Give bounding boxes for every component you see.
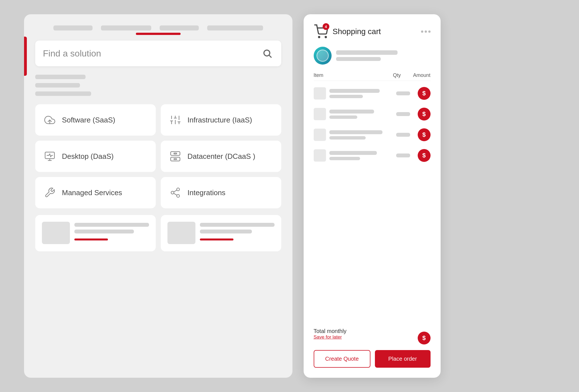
top-nav-skeleton [35,25,281,30]
cart-header-left: 4 Shopping cart [314,24,381,39]
product-name-line-1 [336,50,398,55]
desktop-icon [43,150,56,163]
search-box[interactable]: Find a solution [35,41,281,66]
total-section: Total monthly Save for later [314,328,347,348]
shopping-cart-panel: 4 Shopping cart Item Qty Amoun [304,14,441,378]
sliders-icon [169,113,182,127]
place-order-button[interactable]: Place order [375,350,431,368]
iaas-label: Infrastructure (IaaS) [188,116,252,124]
item-qty-skeleton-3 [396,133,410,137]
main-panel: Find a solution [24,14,292,378]
search-icon[interactable] [261,47,273,60]
item-thumb-2 [314,108,326,120]
item-qty-skeleton-4 [396,154,410,157]
svg-point-26 [318,36,320,37]
dot-1 [421,30,423,33]
category-dcaas[interactable]: Datacenter (DCaaS ) [161,141,281,172]
share-icon [169,186,182,199]
item-info-2 [329,110,389,119]
svg-rect-20 [174,159,177,159]
dot-2 [425,30,427,33]
cart-more-menu[interactable] [421,30,431,33]
managed-label: Managed Services [62,188,122,197]
item-qty-1 [392,91,414,95]
card-bar-1 [74,238,108,240]
svg-point-21 [177,188,179,191]
svg-line-1 [269,55,271,58]
item-price-4: $ [418,149,431,162]
save-for-later-link[interactable]: Save for later [314,334,347,340]
item-line-4b [329,157,360,160]
category-iaas[interactable]: Infrastructure (IaaS) [161,104,281,136]
card-line-2a [200,223,275,227]
nav-skeleton-4 [207,25,263,30]
cart-badge: 4 [323,23,329,30]
bottom-card-1 [35,215,156,251]
active-indicator [136,33,181,35]
category-managed[interactable]: Managed Services [35,177,156,208]
item-line-3a [329,130,382,134]
nav-skeleton-3 [160,25,199,30]
nav-skeleton-2 [101,25,151,30]
sidebar-skeletons [35,75,281,96]
svg-line-24 [174,193,177,195]
total-label: Total monthly [314,328,347,334]
cart-icon-wrap: 4 [314,24,328,39]
item-price-1: $ [418,87,431,100]
cart-header: 4 Shopping cart [314,24,431,39]
item-line-2a [329,110,374,114]
card-lines-2 [200,222,275,240]
cart-item-1: $ [314,83,431,104]
svg-rect-15 [171,152,180,155]
svg-rect-19 [174,153,177,154]
saas-label: Software (SaaS) [62,116,115,124]
item-price-3: $ [418,128,431,141]
item-qty-2 [392,112,414,116]
dot-3 [428,30,431,33]
bottom-card-2 [161,215,281,251]
nav-skeleton-1 [53,25,93,30]
item-qty-skeleton-2 [396,112,410,116]
item-price-2: $ [418,108,431,121]
sidebar-skeleton-2 [35,83,80,88]
item-info-3 [329,130,389,140]
sidebar-skeleton-1 [35,75,86,79]
svg-rect-12 [45,152,54,159]
item-line-2b [329,115,357,119]
svg-line-25 [174,190,177,192]
item-thumb-3 [314,129,326,141]
item-line-1a [329,89,380,93]
bottom-cards [35,215,281,251]
category-saas[interactable]: Software (SaaS) [35,104,156,136]
item-info-4 [329,151,389,160]
datacenter-icon [169,150,182,163]
col-header-qty: Qty [386,72,408,78]
sidebar-skeleton-3 [35,91,91,96]
product-avatar [314,47,332,65]
daas-label: Desktop (DaaS) [62,152,114,161]
total-price-circle: $ [418,332,431,344]
cart-footer: Total monthly Save for later $ Create Qu… [314,322,431,368]
wrench-icon [43,186,56,199]
cart-item-3: $ [314,124,431,145]
integrations-label: Integrations [188,188,226,197]
svg-point-27 [325,36,326,37]
item-info-1 [329,89,389,98]
create-quote-button[interactable]: Create Quote [314,350,370,368]
total-row: Total monthly Save for later $ [314,328,431,348]
item-thumb-4 [314,149,326,162]
product-name-line-2 [336,57,381,61]
cloud-icon [43,113,56,127]
product-name-skeletons [336,50,431,61]
card-line-1b [74,230,134,233]
item-qty-skeleton-1 [396,91,410,95]
card-thumbnail-2 [167,222,195,244]
cart-product-header [314,47,431,65]
category-daas[interactable]: Desktop (DaaS) [35,141,156,172]
item-line-4a [329,151,377,155]
item-line-1b [329,95,363,98]
card-thumbnail-1 [42,222,70,244]
category-integrations[interactable]: Integrations [161,177,281,208]
col-header-item: Item [314,72,386,78]
svg-point-23 [177,195,179,197]
